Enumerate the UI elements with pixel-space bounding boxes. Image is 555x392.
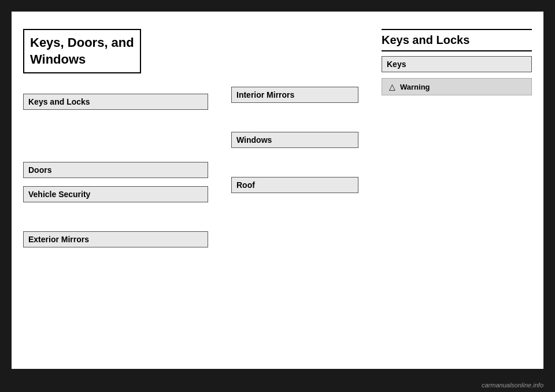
warning-box: △ Warning <box>382 78 532 95</box>
right-column: Keys and Locks Keys △ Warning <box>370 12 543 369</box>
warning-triangle-icon: △ <box>389 82 395 91</box>
middle-column: Interior Mirrors Windows Roof <box>220 12 370 369</box>
main-title-block: Keys, Doors, and Windows <box>23 29 141 73</box>
section-interior-mirrors[interactable]: Interior Mirrors <box>231 87 358 103</box>
right-sub-heading-keys: Keys <box>382 56 532 72</box>
main-title-line1: Keys, Doors, and <box>30 35 134 50</box>
footer-watermark: carmanualsonline.info <box>482 382 543 389</box>
page-content: Keys, Doors, and Windows Keys and Locks … <box>12 12 543 369</box>
left-column: Keys, Doors, and Windows Keys and Locks … <box>12 12 220 369</box>
section-doors[interactable]: Doors <box>23 162 208 178</box>
section-exterior-mirrors[interactable]: Exterior Mirrors <box>23 231 208 247</box>
section-vehicle-security[interactable]: Vehicle Security <box>23 186 208 202</box>
section-roof[interactable]: Roof <box>231 177 358 193</box>
warning-label: Warning <box>400 83 430 91</box>
section-windows[interactable]: Windows <box>231 132 358 148</box>
main-title-line2: Windows <box>30 52 86 66</box>
right-main-title: Keys and Locks <box>382 29 532 51</box>
section-keys-and-locks-left[interactable]: Keys and Locks <box>23 94 208 110</box>
